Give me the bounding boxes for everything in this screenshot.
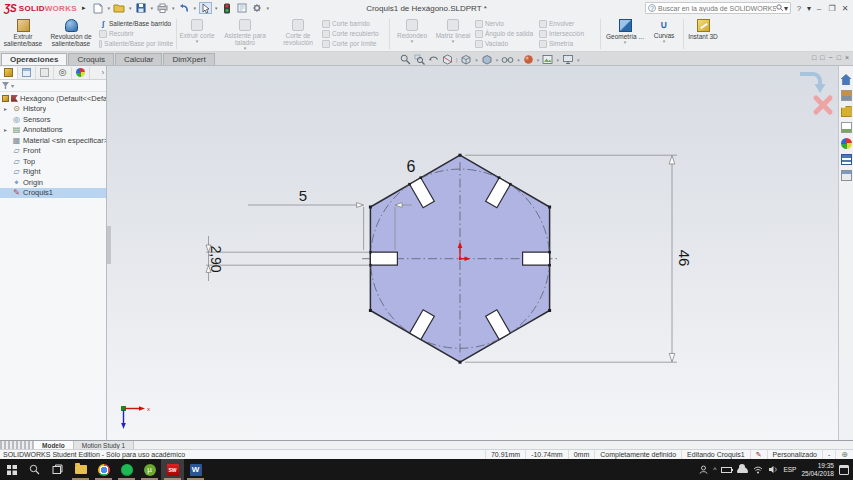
tags-icon[interactable]: ⊕ (835, 450, 853, 459)
new-document-button[interactable] (91, 2, 104, 14)
doc-restore-icon[interactable]: □ (837, 54, 841, 61)
units-selector[interactable]: Personalizado (767, 450, 822, 459)
reference-geometry-button[interactable]: Geometría ... ▾ (603, 17, 647, 51)
linear-pattern-button[interactable]: Matriz lineal ▾ (432, 17, 474, 51)
exit-sketch-icon[interactable] (800, 74, 820, 84)
wrap-button[interactable]: Envolver (539, 20, 597, 28)
display-style-icon[interactable] (481, 54, 493, 65)
options-caret-icon[interactable]: ▾ (267, 5, 270, 11)
tree-item-history[interactable]: ▸ ⊙ History (0, 104, 106, 115)
minimize-button[interactable]: – (814, 4, 824, 13)
exit-sketch-arrow[interactable] (815, 84, 826, 93)
file-explorer-taskbar-button[interactable] (69, 459, 92, 480)
swept-cut-button[interactable]: Corte barrido (322, 20, 386, 28)
model-tab[interactable]: Modelo (34, 441, 74, 449)
utorrent-taskbar-button[interactable]: µ (138, 459, 161, 480)
expand-arrow-icon[interactable]: ▸ (4, 126, 12, 133)
select-caret-icon[interactable]: ▾ (215, 5, 218, 11)
lofted-boss-button[interactable]: Recubrir (99, 30, 173, 38)
tree-item-right-plane[interactable]: ▱ Right (0, 167, 106, 178)
rib-button[interactable]: Nervio (475, 20, 537, 28)
dim-text-slot-width[interactable]: 2,90 (208, 245, 224, 272)
wifi-icon[interactable] (753, 466, 763, 474)
instant-3d-button[interactable]: Instant 3D (686, 17, 720, 51)
custom-properties-icon[interactable] (841, 154, 852, 165)
curves-button[interactable]: ∪ Curvas ▾ (647, 17, 681, 51)
revolved-cut-button[interactable]: Corte de revolución (275, 17, 321, 51)
view-palette-icon[interactable] (841, 122, 852, 133)
hide-show-caret-icon[interactable]: ▾ (517, 57, 520, 63)
doc-minimize-icon[interactable]: − (829, 54, 833, 61)
dim-text-height[interactable]: 46 (676, 250, 693, 267)
slot-right[interactable] (523, 252, 550, 265)
chrome-taskbar-button[interactable] (92, 459, 115, 480)
undo-caret-icon[interactable]: ▾ (193, 5, 196, 11)
pane-more-icon[interactable]: › (102, 69, 106, 76)
dimension-slot-width[interactable] (206, 236, 370, 281)
dim-text-offset[interactable]: 5 (299, 187, 307, 204)
apply-scene-caret-icon[interactable]: ▾ (556, 57, 559, 63)
lofted-cut-button[interactable]: Corte recubierto (322, 30, 386, 38)
volume-icon[interactable] (768, 465, 778, 474)
display-manager-tab[interactable] (72, 67, 90, 79)
extruded-boss-button[interactable]: Extruir saliente/base (2, 17, 44, 51)
help-button[interactable]: ? (794, 4, 804, 13)
new-caret-icon[interactable]: ▾ (107, 5, 110, 11)
open-document-button[interactable] (113, 2, 126, 14)
previous-view-icon[interactable] (428, 54, 439, 65)
magnifier-icon[interactable] (776, 4, 784, 12)
close-button[interactable]: ✕ (840, 4, 850, 13)
tab-operaciones[interactable]: Operaciones (1, 53, 67, 65)
design-library-icon[interactable] (841, 90, 852, 101)
tree-item-origin[interactable]: ⌖ Origin (0, 177, 106, 188)
solidworks-resources-icon[interactable] (841, 74, 852, 85)
rebuild-button[interactable] (221, 2, 234, 14)
shell-button[interactable]: Vaciado (475, 40, 537, 48)
search-caret-icon[interactable]: ▾ (784, 4, 788, 13)
panel-scrollbar-chip[interactable] (107, 226, 111, 264)
word-taskbar-button[interactable]: W (184, 459, 207, 480)
mirror-button[interactable]: Simetría (539, 40, 597, 48)
spotify-taskbar-button[interactable] (115, 459, 138, 480)
view-orientation-caret-icon[interactable]: ▾ (475, 57, 478, 63)
people-icon[interactable] (699, 465, 708, 474)
tab-croquis[interactable]: Croquis (68, 53, 114, 65)
tree-item-annotations[interactable]: ▸ ▤ Annotations (0, 125, 106, 136)
start-button[interactable] (0, 459, 23, 480)
view-settings-icon[interactable] (562, 54, 574, 65)
print-caret-icon[interactable]: ▾ (172, 5, 175, 11)
tab-calcular[interactable]: Calcular (115, 53, 162, 65)
extruded-cut-button[interactable]: Extruir corte ▾ (179, 17, 215, 51)
intersect-button[interactable]: Intersección (539, 30, 597, 38)
swept-boss-button[interactable]: ʃSaliente/Base barrido (99, 20, 173, 28)
appearances-scenes-icon[interactable] (841, 138, 852, 149)
doc-cascade-icon[interactable]: □ (812, 54, 816, 61)
boundary-boss-button[interactable]: Saliente/Base por límite (99, 40, 173, 48)
options-gear-button[interactable] (251, 2, 264, 14)
help-search-box[interactable]: ? ▾ (645, 2, 791, 14)
section-view-icon[interactable] (442, 54, 453, 65)
fillet-button[interactable]: Redondeo ▾ (392, 17, 432, 51)
tree-item-top-plane[interactable]: ▱ Top (0, 156, 106, 167)
revolved-boss-button[interactable]: Revolución de saliente/base (44, 17, 98, 51)
forum-icon[interactable] (841, 170, 852, 181)
zoom-to-area-icon[interactable] (414, 54, 425, 65)
taskbar-clock[interactable]: 19:35 25/04/2018 (801, 462, 834, 477)
file-explorer-icon[interactable] (841, 106, 852, 117)
print-button[interactable] (156, 2, 169, 14)
save-caret-icon[interactable]: ▾ (150, 5, 153, 11)
hole-wizard-button[interactable]: Asistente para taladro ▾ (215, 17, 275, 51)
dimxpert-manager-tab[interactable]: ◎ (54, 67, 72, 79)
solidworks-taskbar-button[interactable]: SW (161, 459, 184, 480)
tray-chevron-icon[interactable]: ^ (713, 466, 716, 473)
search-input[interactable] (658, 5, 776, 12)
tab-scroll-area[interactable] (0, 441, 34, 449)
help-caret-icon[interactable]: ▾ (807, 4, 811, 13)
task-view-button[interactable] (46, 459, 69, 480)
tree-item-front-plane[interactable]: ▱ Front (0, 146, 106, 157)
tree-item-croquis1[interactable]: ✎ Croquis1 (0, 188, 106, 199)
feature-manager-tab[interactable] (0, 67, 18, 79)
expand-arrow-icon[interactable]: ▸ (4, 105, 12, 112)
edit-appearance-icon[interactable] (523, 54, 534, 65)
onedrive-icon[interactable] (737, 467, 748, 473)
